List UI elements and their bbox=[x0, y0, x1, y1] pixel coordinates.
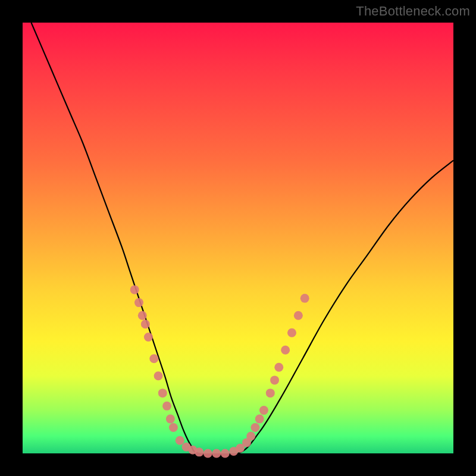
curve-marker bbox=[300, 294, 309, 303]
curve-marker bbox=[162, 402, 171, 411]
watermark-text: TheBottleneck.com bbox=[356, 4, 470, 19]
curve-marker bbox=[270, 375, 279, 384]
curve-marker bbox=[141, 320, 150, 328]
curve-marker bbox=[154, 371, 163, 380]
curve-marker bbox=[130, 285, 139, 294]
bottleneck-curve bbox=[31, 23, 453, 455]
curve-marker bbox=[166, 415, 175, 424]
curve-marker bbox=[259, 406, 268, 415]
curve-marker bbox=[287, 328, 296, 337]
curve-marker bbox=[134, 298, 143, 307]
curve-marker bbox=[221, 449, 230, 458]
curve-marker bbox=[149, 354, 158, 363]
plot-area bbox=[23, 23, 453, 453]
curve-marker bbox=[169, 423, 178, 432]
curve-marker bbox=[250, 423, 259, 432]
curve-marker bbox=[203, 449, 212, 458]
curve-svg bbox=[23, 23, 453, 453]
curve-marker bbox=[195, 447, 203, 456]
curve-marker bbox=[274, 363, 283, 372]
curve-markers bbox=[130, 285, 309, 458]
curve-marker bbox=[266, 389, 275, 397]
curve-marker bbox=[255, 415, 264, 424]
curve-marker bbox=[281, 346, 290, 355]
chart-frame: TheBottleneck.com bbox=[0, 0, 476, 476]
curve-marker bbox=[176, 436, 184, 445]
curve-marker bbox=[212, 449, 221, 458]
curve-marker bbox=[158, 389, 167, 397]
curve-marker bbox=[294, 311, 303, 320]
curve-marker bbox=[144, 333, 153, 342]
curve-marker bbox=[246, 432, 255, 441]
curve-marker bbox=[138, 311, 147, 320]
